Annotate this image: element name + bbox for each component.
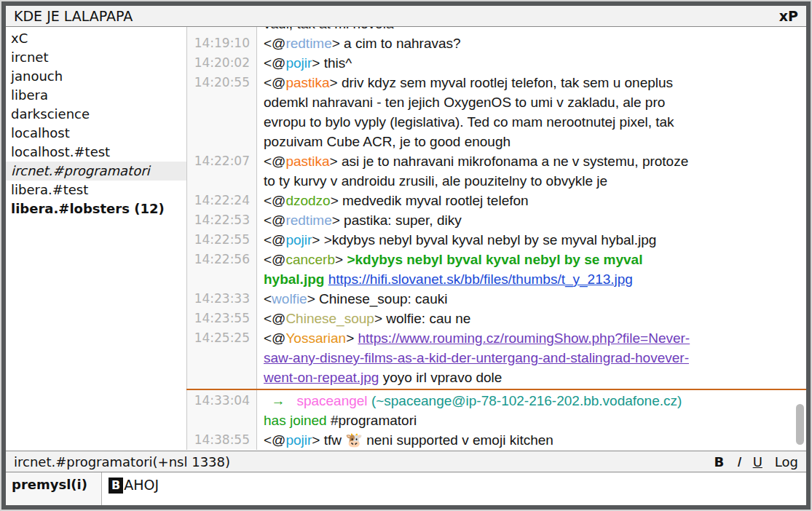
- sidebar-item[interactable]: localhost.#test: [6, 143, 186, 162]
- message-row: 14:23:55<@Chinese_soup> wolfie: cau ne: [186, 309, 806, 328]
- message-segment: > tfw 🐮 neni supported v emoji kitchen: [312, 432, 553, 448]
- message-segment: <@: [264, 36, 285, 51]
- bold-control-char: B: [109, 478, 123, 494]
- message-text: <@redtime> a cim to nahravas?: [257, 33, 806, 53]
- message-segment: #programatori: [327, 413, 417, 428]
- message-text: <@pastika> driv kdyz sem myval rootlej t…: [257, 73, 806, 151]
- sidebar-item[interactable]: ircnet: [6, 48, 186, 67]
- message-segment: > medvedik myval rootlej telefon: [331, 193, 529, 208]
- message-segment: <@: [264, 432, 285, 448]
- message-link[interactable]: https://hifi.slovanet.sk/bb/files/thumbs…: [328, 272, 633, 287]
- window-title: KDE JE LALAPAPA: [14, 8, 133, 24]
- sidebar-item[interactable]: localhost: [6, 124, 186, 143]
- message-segment: <@: [264, 232, 285, 247]
- message-text: → spaceangel (~spaceange@ip-78-102-216-2…: [257, 391, 806, 430]
- sidebar-item[interactable]: janouch: [6, 67, 186, 86]
- message-segment: >: [335, 252, 347, 267]
- message-text: <@pojir> >kdybys nebyl byval kyval nebyl…: [257, 230, 806, 250]
- message-row: 14:22:24<@dzodzo> medvedik myval rootlej…: [186, 191, 806, 210]
- message-segment: <@: [264, 55, 285, 71]
- message-row: 14:38:55<@pojir> tfw 🐮 neni supported v …: [186, 430, 806, 450]
- message-segment: > pastika: super, diky: [332, 213, 462, 228]
- message-segment: >: [346, 330, 358, 346]
- sidebar-item[interactable]: libera.#test: [6, 181, 186, 199]
- sidebar-item[interactable]: darkscience: [6, 105, 186, 124]
- timestamp: 14:23:55: [186, 309, 257, 328]
- message-text: <@cancerb> >kdybys nebyl byval kyval neb…: [257, 250, 806, 289]
- message-row: 14:19:10<@redtime> a cim to nahravas?: [186, 33, 806, 53]
- timestamp: 14:22:53: [186, 210, 257, 230]
- message-text: <@pojir> tfw 🐮 neni supported v emoji ki…: [257, 430, 806, 450]
- message-segment: > Chinese_soup: cauki: [307, 291, 448, 306]
- timestamp: 14:19:10: [186, 33, 257, 53]
- message-text: <@pastika> asi je to nahravani mikrofona…: [257, 151, 806, 191]
- message-segment: <@: [264, 311, 285, 326]
- message-segment: Chinese_soup: [285, 311, 374, 326]
- message-segment: cancerb: [285, 252, 335, 267]
- message-text: vadi, tak at mi nevola: [257, 27, 806, 33]
- message-segment: spaceangel: [296, 393, 371, 408]
- message-segment: pojir: [285, 55, 312, 71]
- sidebar-item[interactable]: ircnet.#programatori: [6, 162, 186, 181]
- message-segment: Yossarian: [285, 330, 346, 346]
- main-area: xCircnetjanouchliberadarksciencelocalhos…: [6, 27, 806, 451]
- message-segment: > this^: [312, 55, 352, 71]
- sidebar-item[interactable]: xC: [6, 29, 186, 48]
- message-row: 14:22:53<@redtime> pastika: super, diky: [186, 210, 806, 230]
- message-row: 14:22:07<@pastika> asi je to nahravani m…: [186, 151, 806, 191]
- scrollbar-thumb[interactable]: [796, 404, 804, 445]
- timestamp: [186, 27, 257, 33]
- format-button-u[interactable]: U: [753, 454, 762, 470]
- message-segment: vadi, tak at mi nevola: [264, 27, 393, 31]
- unread-separator: [186, 387, 806, 391]
- message-segment: →: [264, 393, 296, 408]
- message-row: vadi, tak at mi nevola: [186, 27, 806, 33]
- irc-client-window: KDE JE LALAPAPA xP xCircnetjanouchlibera…: [1, 1, 811, 510]
- message-segment: wolfie: [272, 291, 307, 306]
- message-segment: redtime: [285, 213, 331, 228]
- message-segment: <@: [264, 330, 285, 346]
- format-button-i[interactable]: I: [736, 454, 740, 470]
- message-segment: pojir: [285, 232, 312, 247]
- message-log: vadi, tak at mi nevola14:19:10<@redtime>…: [186, 27, 806, 450]
- timestamp: 14:22:24: [186, 191, 257, 210]
- message-row: 14:23:33<wolfie> Chinese_soup: cauki: [186, 289, 806, 309]
- message-segment: > wolfie: cau ne: [374, 311, 471, 326]
- sidebar-item[interactable]: libera: [6, 86, 186, 105]
- input-text: AHOJ: [124, 476, 159, 493]
- sidebar: xCircnetjanouchliberadarksciencelocalhos…: [6, 27, 186, 451]
- message-text: <@Chinese_soup> wolfie: cau ne: [257, 309, 806, 328]
- message-segment: redtime: [285, 36, 331, 51]
- separator-line: [186, 389, 806, 390]
- format-button-log[interactable]: Log: [775, 454, 798, 470]
- message-segment: <@: [264, 213, 285, 228]
- message-segment: > a cim to nahravas?: [332, 36, 461, 51]
- message-segment: <: [264, 291, 272, 306]
- message-text: <@redtime> pastika: super, diky: [257, 210, 806, 230]
- chat-area: vadi, tak at mi nevola14:19:10<@redtime>…: [186, 27, 806, 451]
- message-text: <@dzodzo> medvedik myval rootlej telefon: [257, 191, 806, 210]
- timestamp: 14:23:33: [186, 289, 257, 309]
- input-row: premysl(i) B AHOJ: [6, 472, 806, 505]
- format-button-b[interactable]: B: [714, 454, 725, 470]
- sidebar-item[interactable]: libera.#lobsters (12): [6, 199, 186, 218]
- message-segment: pastika: [285, 154, 329, 169]
- message-row: 14:33:04 → spaceangel (~spaceange@ip-78-…: [186, 391, 806, 430]
- window-controls[interactable]: xP: [779, 8, 798, 24]
- timestamp: 14:33:04: [186, 391, 257, 430]
- message-segment: <@: [264, 193, 285, 208]
- message-row: 14:25:25<@Yossarian> https://www.rouming…: [186, 328, 806, 387]
- timestamp: 14:22:07: [186, 151, 257, 191]
- timestamp: 14:22:55: [186, 230, 257, 250]
- message-text: <wolfie> Chinese_soup: cauki: [257, 289, 806, 309]
- message-segment: <@: [264, 75, 285, 90]
- timestamp: 14:20:55: [186, 73, 257, 151]
- titlebar: KDE JE LALAPAPA xP: [6, 6, 806, 27]
- message-row: 14:22:56<@cancerb> >kdybys nebyl byval k…: [186, 250, 806, 289]
- message-segment: pojir: [285, 432, 312, 448]
- channel-status: ircnet.#programatori(+nsl 1338): [14, 454, 230, 470]
- message-row: 14:22:55<@pojir> >kdybys nebyl byval kyv…: [186, 230, 806, 250]
- message-input[interactable]: B AHOJ: [102, 472, 806, 505]
- message-row: 14:20:02<@pojir> this^: [186, 53, 806, 73]
- message-text: <@pojir> this^: [257, 53, 806, 73]
